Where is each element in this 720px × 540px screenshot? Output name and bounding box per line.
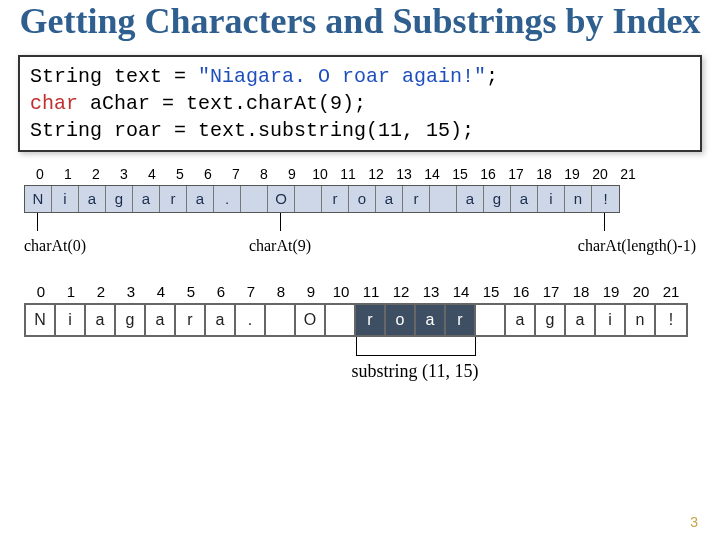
index-row: 0123456789101112131415161718192021 — [24, 283, 696, 300]
char-cell: n — [565, 186, 592, 212]
index-label: 3 — [110, 166, 138, 182]
index-label: 0 — [26, 166, 54, 182]
annot-substring: substring (11, 15) — [352, 361, 479, 382]
index-label: 1 — [56, 283, 86, 300]
char-cell: i — [52, 186, 79, 212]
char-cell: g — [106, 186, 133, 212]
index-label: 18 — [566, 283, 596, 300]
index-label: 21 — [614, 166, 642, 182]
index-label: 6 — [206, 283, 236, 300]
code-line-3: String roar = text.substring(11, 15); — [30, 117, 690, 144]
index-label: 6 — [194, 166, 222, 182]
char-cells-row: Niagara. O roar again! — [24, 185, 620, 213]
char-cell: a — [457, 186, 484, 212]
char-cell: n — [626, 305, 656, 335]
char-cell: i — [596, 305, 626, 335]
char-cell — [266, 305, 296, 335]
char-cells-row: Niagara. O roar again! — [24, 303, 688, 337]
index-label: 5 — [176, 283, 206, 300]
char-cell: N — [26, 305, 56, 335]
char-cell — [295, 186, 322, 212]
index-label: 11 — [356, 283, 386, 300]
code-block: String text = "Niagara. O roar again!"; … — [18, 55, 702, 152]
index-label: 9 — [296, 283, 326, 300]
substring-diagram: 0123456789101112131415161718192021 Niaga… — [24, 283, 696, 397]
charat-diagram: 0123456789101112131415161718192021 Niaga… — [24, 166, 696, 265]
index-label: 2 — [86, 283, 116, 300]
index-label: 16 — [474, 166, 502, 182]
index-label: 15 — [446, 166, 474, 182]
index-label: 20 — [626, 283, 656, 300]
char-cell: a — [506, 305, 536, 335]
char-cell: r — [322, 186, 349, 212]
char-cell — [476, 305, 506, 335]
index-label: 17 — [536, 283, 566, 300]
index-label: 5 — [166, 166, 194, 182]
index-label: 7 — [222, 166, 250, 182]
keyword-char: char — [30, 92, 78, 115]
bracket — [356, 337, 476, 356]
tick-mark — [280, 213, 281, 231]
char-cell: ! — [656, 305, 686, 335]
index-label: 10 — [326, 283, 356, 300]
char-cell: a — [79, 186, 106, 212]
annot-charat-9: charAt(9) — [249, 237, 311, 255]
char-cell — [241, 186, 268, 212]
char-cell: a — [133, 186, 160, 212]
index-label: 17 — [502, 166, 530, 182]
char-cell: a — [206, 305, 236, 335]
slide: Getting Characters and Substrings by Ind… — [0, 0, 720, 540]
char-cell: r — [403, 186, 430, 212]
index-label: 12 — [386, 283, 416, 300]
char-cell: a — [146, 305, 176, 335]
char-cell: r — [176, 305, 206, 335]
annot-charat-0: charAt(0) — [24, 237, 86, 255]
index-row: 0123456789101112131415161718192021 — [24, 166, 696, 182]
string-literal: "Niagara. O roar again!" — [198, 65, 486, 88]
index-label: 10 — [306, 166, 334, 182]
char-cell: a — [376, 186, 403, 212]
code-line-2: char aChar = text.charAt(9); — [30, 90, 690, 117]
annotation-row: substring (11, 15) — [24, 337, 696, 397]
tick-mark — [604, 213, 605, 231]
char-cell: r — [446, 305, 476, 335]
char-cell: a — [416, 305, 446, 335]
char-cell: g — [536, 305, 566, 335]
char-cell: r — [160, 186, 187, 212]
index-label: 0 — [26, 283, 56, 300]
char-cell: g — [116, 305, 146, 335]
index-label: 13 — [416, 283, 446, 300]
index-label: 14 — [446, 283, 476, 300]
char-cell: a — [511, 186, 538, 212]
char-cell: a — [187, 186, 214, 212]
char-cell: N — [25, 186, 52, 212]
index-label: 12 — [362, 166, 390, 182]
index-label: 9 — [278, 166, 306, 182]
annotation-row: charAt(0) charAt(9) charAt(length()-1) — [24, 213, 696, 265]
tick-mark — [37, 213, 38, 231]
char-cell: a — [566, 305, 596, 335]
index-label: 14 — [418, 166, 446, 182]
index-label: 4 — [138, 166, 166, 182]
index-label: 15 — [476, 283, 506, 300]
char-cell: r — [356, 305, 386, 335]
index-label: 18 — [530, 166, 558, 182]
index-label: 13 — [390, 166, 418, 182]
char-cell — [326, 305, 356, 335]
char-cell: . — [214, 186, 241, 212]
char-cell: O — [268, 186, 295, 212]
index-label: 2 — [82, 166, 110, 182]
char-cell — [430, 186, 457, 212]
index-label: 8 — [266, 283, 296, 300]
code-text: aChar = text.charAt(9); — [78, 92, 366, 115]
index-label: 1 — [54, 166, 82, 182]
annot-charat-last: charAt(length()-1) — [578, 237, 696, 255]
index-label: 7 — [236, 283, 266, 300]
char-cell: a — [86, 305, 116, 335]
index-label: 8 — [250, 166, 278, 182]
page-number: 3 — [690, 514, 698, 530]
char-cell: O — [296, 305, 326, 335]
code-line-1: String text = "Niagara. O roar again!"; — [30, 63, 690, 90]
code-text: String text = — [30, 65, 198, 88]
char-cell: o — [349, 186, 376, 212]
